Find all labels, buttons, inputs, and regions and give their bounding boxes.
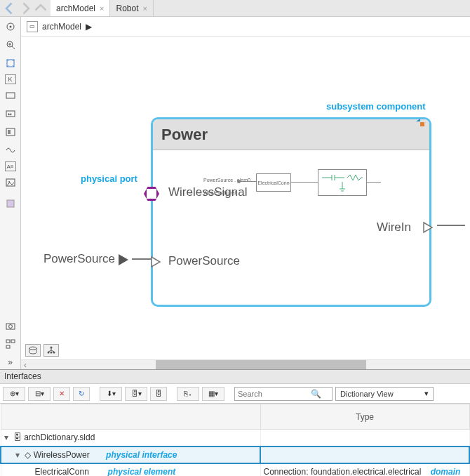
tab-label: Robot — [116, 4, 138, 13]
svg-line-3 — [12, 46, 15, 49]
anno-domain: domain — [431, 467, 461, 476]
close-icon[interactable]: × — [143, 4, 147, 13]
svg-rect-14 — [7, 200, 14, 207]
breadcrumb[interactable]: ▭ archModel ▶ — [21, 17, 470, 37]
port-wireless-signal-hex[interactable] — [144, 186, 159, 201]
svg-point-21 — [29, 347, 36, 350]
table-row-dictionary[interactable]: ▾ 🗄 archDictionary.sldd — [1, 430, 469, 447]
search-icon: 🔍 — [311, 389, 321, 399]
nav-forward-icon[interactable] — [18, 1, 32, 15]
import-button[interactable]: ⬇▾ — [100, 387, 122, 401]
port-wirein-label: WireIn — [377, 220, 411, 234]
camera-icon[interactable] — [4, 319, 18, 333]
text-icon[interactable]: A≡ — [5, 161, 16, 171]
block-icon[interactable] — [4, 125, 18, 139]
interfaces-toolbar: ⊕▾ ⊟▾ ✕ ↻ ⬇▾ 🗄▾ 🗄 ⎘▾ ▦▾ 🔍 Dictionary Vie… — [0, 384, 470, 404]
model-icon: ▭ — [27, 21, 38, 32]
port-icon[interactable]: ⇔ — [4, 107, 18, 121]
anno-subsystem-component: subsystem component — [326, 101, 426, 112]
columns-button[interactable]: ▦▾ — [202, 387, 224, 401]
svg-text:⇔: ⇔ — [8, 112, 12, 117]
image-icon[interactable] — [4, 176, 18, 190]
signal-icon[interactable] — [4, 143, 18, 157]
table-row-wirelesspower[interactable]: ▾ ◇ WirelessPower physical interface — [1, 447, 469, 463]
port-powersource-triangle[interactable] — [150, 256, 163, 270]
svg-rect-20 — [420, 122, 424, 126]
nav-up-icon[interactable] — [34, 1, 48, 15]
collapse-icon[interactable]: ▾ — [4, 432, 11, 442]
db-button[interactable]: 🗄 — [150, 387, 167, 401]
thumb-port-label: WirelessSignal — [203, 190, 236, 195]
target-icon[interactable] — [4, 20, 18, 34]
collapse-icon[interactable]: ▾ — [15, 450, 22, 460]
link-db-button[interactable]: 🗄▾ — [125, 387, 147, 401]
chevron-down-icon: ▾ — [424, 389, 429, 398]
col-type[interactable]: Type — [260, 404, 469, 430]
anno-physical-port: physical port — [81, 173, 137, 184]
interface-icon: ◇ — [25, 450, 31, 460]
canvas[interactable]: subsystem component physical subsystem p… — [21, 37, 470, 341]
external-powersource[interactable]: PowerSource — [43, 252, 128, 266]
port-powersource-label: PowerSource — [168, 254, 240, 268]
svg-point-16 — [8, 325, 12, 329]
svg-rect-11 — [8, 130, 11, 134]
element-type: Connection: foundation.electrical.electr… — [264, 467, 422, 476]
linked-subsystem-icon — [415, 118, 425, 130]
thumb-electricalconn-box: ElectricalConn — [256, 173, 291, 192]
table-row-electricalconn[interactable]: ElectricalConn physical element Connecti… — [1, 463, 469, 477]
search-input[interactable] — [238, 390, 308, 398]
fit-icon[interactable] — [4, 56, 18, 70]
k-icon[interactable]: K — [5, 74, 16, 84]
view-mode-dropdown[interactable]: Dictionary View ▾ — [335, 387, 434, 401]
new-interface-button[interactable]: ⊕▾ — [3, 387, 25, 401]
svg-point-24 — [51, 352, 53, 354]
external-powersource-label: PowerSource — [43, 252, 115, 265]
thumb-circuit-box — [318, 169, 367, 196]
chevron-right-icon: ▶ — [86, 22, 92, 32]
block-title-bar: Power — [153, 119, 429, 150]
rect-icon[interactable] — [4, 88, 18, 103]
new-element-button[interactable]: ⊟▾ — [28, 387, 51, 401]
dictionary-icon: 🗄 — [13, 432, 22, 442]
canvas-bottom-toolbar — [21, 341, 470, 359]
anno-physical-interface: physical interface — [106, 450, 177, 460]
anno-physical-element: physical element — [108, 467, 176, 476]
block-title: Power — [161, 126, 208, 144]
component-icon[interactable] — [4, 197, 18, 211]
interfaces-table: Type ▾ 🗄 archDictionary.sldd ▾ ◇ Wireles… — [0, 404, 470, 476]
interfaces-panel: Interfaces ⊕▾ ⊟▾ ✕ ↻ ⬇▾ 🗄▾ 🗄 ⎘▾ ▦▾ 🔍 Dic… — [0, 369, 470, 476]
col-name[interactable] — [1, 404, 260, 430]
expand-icon[interactable]: » — [4, 355, 18, 369]
signal-line — [132, 258, 151, 260]
close-icon[interactable]: × — [100, 4, 104, 13]
filter-button[interactable]: ⎘▾ — [177, 387, 199, 401]
tab-label: archModel — [56, 4, 95, 13]
tab-archmodel[interactable]: archModel × — [51, 0, 110, 16]
svg-rect-19 — [6, 345, 10, 348]
hierarchy-icon[interactable] — [4, 337, 18, 351]
db-icon[interactable] — [25, 344, 41, 357]
breadcrumb-model: archModel — [42, 22, 81, 32]
nav-back-icon[interactable] — [3, 1, 17, 15]
view-mode-label: Dictionary View — [340, 390, 394, 398]
interfaces-panel-title: Interfaces — [0, 370, 470, 384]
zoom-in-icon[interactable] — [4, 38, 18, 52]
side-toolbar: K ⇔ A≡ » — [0, 17, 21, 369]
port-wirein-triangle[interactable] — [422, 221, 435, 236]
horizontal-scrollbar[interactable]: ‹ — [21, 359, 470, 369]
tree-view-icon[interactable] — [43, 344, 59, 357]
interface-name: WirelessPower — [34, 450, 90, 460]
element-name: ElectricalConn — [35, 467, 89, 476]
tab-robot[interactable]: Robot × — [110, 0, 153, 16]
svg-point-1 — [9, 26, 11, 28]
scrollbar-thumb[interactable] — [156, 360, 366, 369]
delete-button[interactable]: ✕ — [53, 387, 70, 401]
svg-rect-18 — [11, 340, 15, 343]
svg-rect-17 — [6, 340, 10, 343]
interfaces-search[interactable]: 🔍 — [234, 387, 333, 401]
dictionary-name: archDictionary.sldd — [24, 432, 95, 442]
inport-icon — [119, 254, 128, 265]
refresh-button[interactable]: ↻ — [73, 387, 90, 401]
signal-line-out — [437, 225, 465, 226]
svg-rect-7 — [6, 93, 15, 98]
